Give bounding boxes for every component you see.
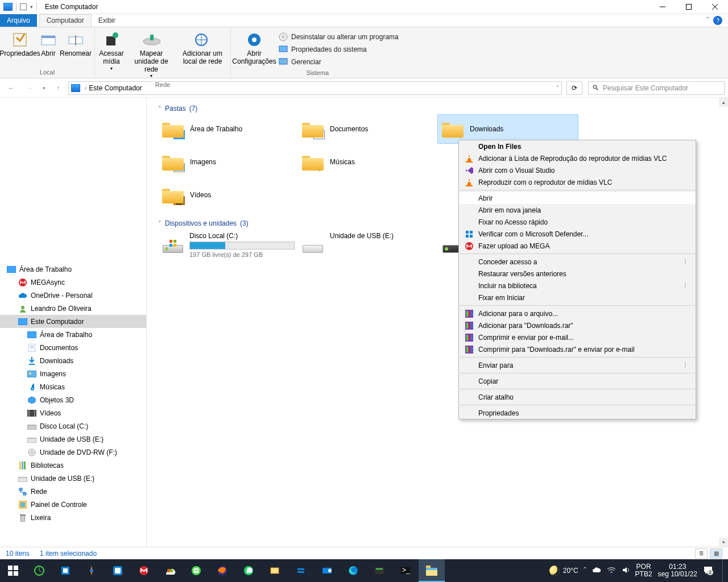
- tree-control-panel[interactable]: Painel de Controle: [0, 498, 146, 511]
- tray-language[interactable]: PORPTB2: [635, 563, 652, 578]
- ctx-open-in-files[interactable]: Open In Files: [459, 140, 696, 152]
- taskbar-app-6[interactable]: [157, 559, 183, 582]
- taskbar-app-1[interactable]: [26, 559, 52, 582]
- taskbar-firefox[interactable]: [209, 559, 235, 582]
- tree-this-pc[interactable]: Este Computador: [0, 315, 146, 328]
- rename-button[interactable]: Renomear: [59, 30, 92, 59]
- access-media-button[interactable]: Acessar mídia▾: [97, 30, 126, 72]
- ctx-open-new-window[interactable]: Abrir em nova janela: [459, 204, 696, 216]
- tree-downloads[interactable]: Downloads: [0, 354, 146, 367]
- tab-file[interactable]: Arquivo: [0, 14, 37, 27]
- ctx-send-to[interactable]: Enviar para〉: [459, 359, 696, 371]
- scroll-down-icon[interactable]: ▾: [719, 538, 728, 547]
- qat-dropdown-icon[interactable]: ▾: [30, 4, 33, 10]
- tree-usb-2[interactable]: Unidade de USB (E:): [0, 472, 146, 485]
- tab-computer[interactable]: Computador: [39, 14, 92, 27]
- details-view-button[interactable]: ≣: [695, 548, 708, 559]
- maximize-button[interactable]: [676, 0, 702, 14]
- open-button[interactable]: Abrir: [38, 30, 59, 59]
- ctx-properties[interactable]: Propriedades: [459, 407, 696, 419]
- tree-megasync[interactable]: MEGAsync: [0, 276, 146, 289]
- folder-music[interactable]: Músicas: [298, 148, 438, 176]
- refresh-button[interactable]: ⟳: [566, 81, 582, 95]
- tree-3dobjects[interactable]: Objetos 3D: [0, 393, 146, 406]
- tree-local-disk[interactable]: Disco Local (C:): [0, 419, 146, 433]
- tree-videos[interactable]: Vídeos: [0, 406, 146, 419]
- open-settings-button[interactable]: Abrir Configurações: [233, 30, 275, 67]
- taskbar-edge[interactable]: [340, 559, 366, 582]
- scroll-up-icon[interactable]: ▴: [719, 98, 728, 107]
- ctx-open[interactable]: Abrir: [459, 192, 696, 204]
- taskbar-app-2[interactable]: [52, 559, 78, 582]
- recent-dropdown[interactable]: ▾: [40, 80, 48, 96]
- taskbar-app-14[interactable]: [366, 559, 392, 582]
- breadcrumb-dropdown-icon[interactable]: ˅: [556, 85, 559, 91]
- ctx-copy[interactable]: Copiar: [459, 375, 696, 387]
- ctx-vlc-add[interactable]: Adicionar à Lista de Reprodução do repro…: [459, 152, 696, 164]
- tray-clock[interactable]: 01:23seg 10/01/22: [658, 563, 697, 578]
- ctx-pin-quick[interactable]: Fixar no Acesso rápido: [459, 216, 696, 228]
- collapse-ribbon-icon[interactable]: ˆ: [706, 16, 709, 24]
- tab-view[interactable]: Exibir: [92, 14, 122, 27]
- help-icon[interactable]: ?: [713, 16, 722, 25]
- map-drive-button[interactable]: Mapear unidade de rede▾: [126, 30, 177, 80]
- close-button[interactable]: [702, 0, 728, 14]
- taskbar-app-12[interactable]: [314, 559, 340, 582]
- ctx-grant-access[interactable]: Conceder acesso a〉: [459, 256, 696, 268]
- properties-button[interactable]: Propriedades: [2, 30, 38, 59]
- ctx-rar-add-name[interactable]: Adicionar para "Downloads.rar": [459, 319, 696, 331]
- ctx-rar-email-name[interactable]: Comprimir para "Downloads.rar" e enviar …: [459, 343, 696, 355]
- tree-network[interactable]: Rede: [0, 485, 146, 498]
- ctx-restore-versions[interactable]: Restaurar versões anteriores: [459, 268, 696, 280]
- system-properties-link[interactable]: Propriedades do sistema: [275, 43, 402, 56]
- tree-dvd[interactable]: Unidade de DVD-RW (F:): [0, 446, 146, 459]
- ctx-rar-email[interactable]: Comprimir e enviar por e-mail...: [459, 331, 696, 343]
- ctx-include-library[interactable]: Incluir na biblioteca〉: [459, 280, 696, 292]
- tray-onedrive-icon[interactable]: [592, 567, 601, 575]
- folder-videos[interactable]: Vídeos: [158, 181, 298, 209]
- qat-checkbox[interactable]: [20, 3, 27, 10]
- tree-desktop[interactable]: Área de Trabalho: [0, 263, 146, 276]
- ctx-open-vs[interactable]: Abrir com o Visual Studio: [459, 164, 696, 176]
- taskbar-whatsapp[interactable]: [235, 559, 262, 582]
- weather-widget[interactable]: 20°C: [549, 566, 578, 576]
- taskbar-app-3[interactable]: [78, 559, 105, 582]
- tree-pictures[interactable]: Imagens: [0, 367, 146, 380]
- folders-header[interactable]: ˅ Pastas (7): [158, 105, 719, 113]
- icons-view-button[interactable]: ▦: [710, 548, 722, 559]
- folder-downloads[interactable]: Downloads: [438, 115, 578, 143]
- tree-libraries[interactable]: Bibliotecas: [0, 459, 146, 472]
- forward-button[interactable]: →: [22, 80, 38, 96]
- tray-overflow-icon[interactable]: ˆ: [584, 567, 586, 575]
- tray-wifi-icon[interactable]: [607, 567, 616, 575]
- tray-notifications[interactable]: 2: [703, 566, 713, 576]
- chevron-right-icon[interactable]: ›: [85, 85, 86, 91]
- tree-recycle-bin[interactable]: Lixeira: [0, 511, 146, 524]
- ctx-vlc-play[interactable]: Reproduzir com o reprodutor de mídias VL…: [459, 176, 696, 188]
- folder-pictures[interactable]: Imagens: [158, 148, 298, 176]
- up-button[interactable]: ↑: [50, 80, 66, 96]
- ctx-defender[interactable]: Verificar com o Microsoft Defender...: [459, 228, 696, 240]
- manage-link[interactable]: Gerenciar: [275, 56, 402, 68]
- search-input[interactable]: 🔍︎ Pesquisar Este Computador: [588, 81, 725, 95]
- tree-documents[interactable]: Documentos: [0, 341, 146, 354]
- taskbar-explorer[interactable]: [419, 559, 445, 582]
- taskbar-app-15[interactable]: >_: [392, 559, 419, 582]
- ctx-create-shortcut[interactable]: Criar atalho: [459, 391, 696, 403]
- breadcrumb[interactable]: › Este Computador ˅: [68, 81, 562, 95]
- tree-user[interactable]: Leandro De Oliveira: [0, 302, 146, 315]
- folder-documents[interactable]: Documentos: [298, 115, 438, 143]
- taskbar-app-11[interactable]: [288, 559, 314, 582]
- show-desktop-button[interactable]: [722, 559, 726, 582]
- ctx-pin-start[interactable]: Fixar em Iniciar: [459, 292, 696, 304]
- minimize-button[interactable]: [650, 0, 676, 14]
- ctx-rar-add[interactable]: Adicionar para o arquivo...: [459, 307, 696, 319]
- tree-usb[interactable]: Unidade de USB (E:): [0, 433, 146, 446]
- tree-onedrive[interactable]: OneDrive - Personal: [0, 289, 146, 302]
- back-button[interactable]: ←: [3, 80, 19, 96]
- breadcrumb-location[interactable]: Este Computador: [89, 84, 142, 92]
- taskbar-app-4[interactable]: [105, 559, 131, 582]
- drive-usb-e[interactable]: Unidade de USB (E:): [298, 230, 438, 260]
- add-network-location-button[interactable]: Adicionar um local de rede: [177, 30, 228, 67]
- folder-desktop[interactable]: Área de Trabalho: [158, 115, 298, 143]
